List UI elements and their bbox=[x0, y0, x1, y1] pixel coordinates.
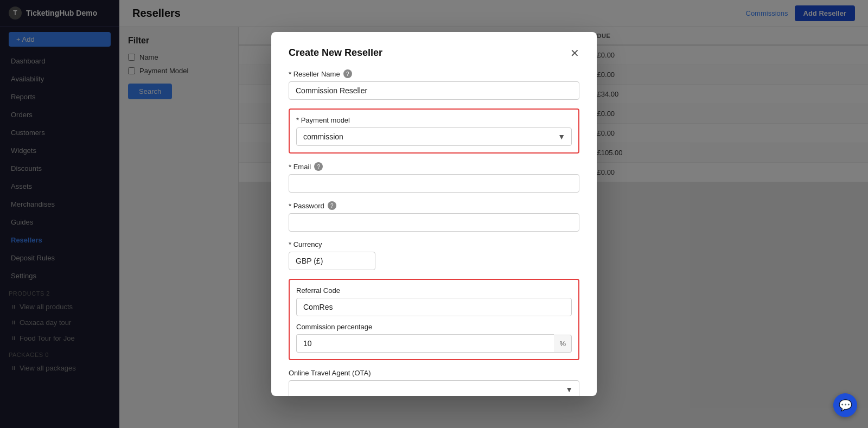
reseller-name-group: * Reseller Name ? bbox=[289, 69, 579, 100]
email-group: * Email ? bbox=[289, 162, 579, 193]
commission-input-wrap: % bbox=[296, 334, 572, 353]
currency-input[interactable] bbox=[289, 252, 375, 270]
password-input[interactable] bbox=[289, 213, 579, 232]
payment-model-highlighted-group: * Payment model commission prepaid postp… bbox=[289, 108, 579, 154]
reseller-name-help-icon[interactable]: ? bbox=[343, 69, 352, 78]
referral-code-label: Referral Code bbox=[296, 286, 572, 295]
currency-group: * Currency bbox=[289, 240, 579, 270]
payment-model-label: * Payment model bbox=[296, 116, 572, 124]
chat-bubble[interactable]: 💬 bbox=[833, 393, 857, 417]
create-reseller-modal: Create New Reseller ✕ * Reseller Name ? … bbox=[271, 32, 597, 396]
referral-commission-highlighted-group: Referral Code Commission percentage % bbox=[289, 279, 579, 360]
referral-code-input[interactable] bbox=[296, 298, 572, 316]
password-help-icon[interactable]: ? bbox=[328, 201, 336, 210]
payment-model-group: * Payment model commission prepaid postp… bbox=[296, 116, 572, 146]
payment-model-select[interactable]: commission prepaid postpaid bbox=[296, 127, 572, 146]
referral-code-group: Referral Code bbox=[296, 286, 572, 316]
currency-label: * Currency bbox=[289, 240, 579, 248]
ota-group: Online Travel Agent (OTA) ▼ bbox=[289, 369, 579, 396]
payment-model-select-wrap: commission prepaid postpaid ▼ bbox=[296, 127, 572, 146]
email-label: * Email ? bbox=[289, 162, 579, 171]
password-label: * Password ? bbox=[289, 201, 579, 210]
password-group: * Password ? bbox=[289, 201, 579, 232]
email-input[interactable] bbox=[289, 174, 579, 193]
percent-badge: % bbox=[554, 335, 572, 353]
commission-group: Commission percentage % bbox=[296, 323, 572, 353]
modal-overlay: Create New Reseller ✕ * Reseller Name ? … bbox=[0, 0, 868, 428]
reseller-name-input[interactable] bbox=[289, 81, 579, 100]
ota-select[interactable] bbox=[289, 380, 579, 396]
email-help-icon[interactable]: ? bbox=[314, 162, 323, 171]
close-modal-button[interactable]: ✕ bbox=[570, 48, 579, 59]
modal-header: Create New Reseller ✕ bbox=[289, 47, 579, 59]
ota-label: Online Travel Agent (OTA) bbox=[289, 369, 579, 377]
ota-select-wrap: ▼ bbox=[289, 380, 579, 396]
modal-title: Create New Reseller bbox=[289, 47, 382, 59]
reseller-name-label: * Reseller Name ? bbox=[289, 69, 579, 78]
commission-label: Commission percentage bbox=[296, 323, 572, 331]
commission-input[interactable] bbox=[296, 334, 554, 353]
